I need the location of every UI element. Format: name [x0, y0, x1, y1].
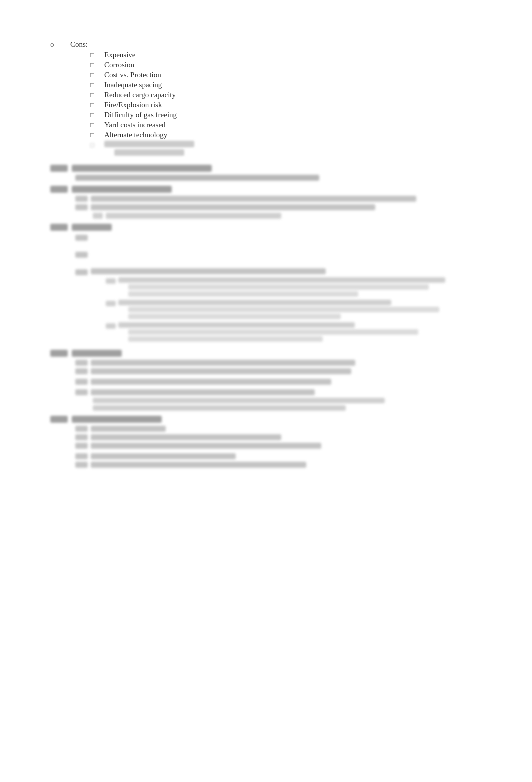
item-expensive-text: Expensive: [104, 51, 135, 59]
bullet-icon: □: [90, 61, 104, 69]
list-item: □ Difficulty of gas freeing: [90, 111, 482, 119]
blurred-text-1: [104, 141, 194, 147]
cons-label: Cons:: [70, 40, 88, 49]
bullet-icon: □: [90, 51, 104, 59]
list-item: □ Fire/Explosion risk: [90, 101, 482, 109]
bullet-icon: □: [90, 131, 104, 139]
blurred-section-2: [50, 186, 482, 219]
document-content: o Cons: □ Expensive □ Corrosion □ Cost v…: [50, 40, 482, 468]
blurred-section-1: [50, 165, 482, 181]
item-cost-protection-text: Cost vs. Protection: [104, 71, 161, 79]
blurred-section-4: [50, 350, 482, 411]
item-alternate-tech-text: Alternate technology: [104, 131, 167, 139]
bullet-icon: □: [90, 121, 104, 129]
blurred-section-5: [50, 416, 482, 468]
list-item: □ Cost vs. Protection: [90, 71, 482, 79]
item-inadequate-spacing-text: Inadequate spacing: [104, 81, 162, 89]
bullet-icon: □: [90, 81, 104, 89]
item-corrosion-text: Corrosion: [104, 61, 134, 69]
bullet-icon: □: [90, 91, 104, 99]
bullet-icon: □: [90, 71, 104, 79]
bullet-icon: □: [90, 101, 104, 109]
list-item: □ Expensive: [90, 51, 482, 59]
list-item-blurred: □: [90, 141, 482, 156]
item-yard-costs-text: Yard costs increased: [104, 121, 166, 129]
bullet-icon: □: [90, 141, 104, 149]
item-difficulty-gas-text: Difficulty of gas freeing: [104, 111, 177, 119]
list-item: □ Inadequate spacing: [90, 81, 482, 89]
list-item: □ Alternate technology: [90, 131, 482, 139]
blurred-section-3: [50, 224, 482, 345]
cons-bullet-list: □ Expensive □ Corrosion □ Cost vs. Prote…: [90, 51, 482, 156]
item-reduced-cargo-text: Reduced cargo capacity: [104, 91, 176, 99]
cons-marker: o: [50, 40, 70, 49]
item-fire-explosion-text: Fire/Explosion risk: [104, 101, 162, 109]
list-item: □ Corrosion: [90, 61, 482, 69]
list-item: □ Yard costs increased: [90, 121, 482, 129]
list-item: □ Reduced cargo capacity: [90, 91, 482, 99]
cons-section-header: o Cons:: [50, 40, 482, 49]
bullet-icon: □: [90, 111, 104, 119]
blurred-text-2: [114, 149, 184, 156]
